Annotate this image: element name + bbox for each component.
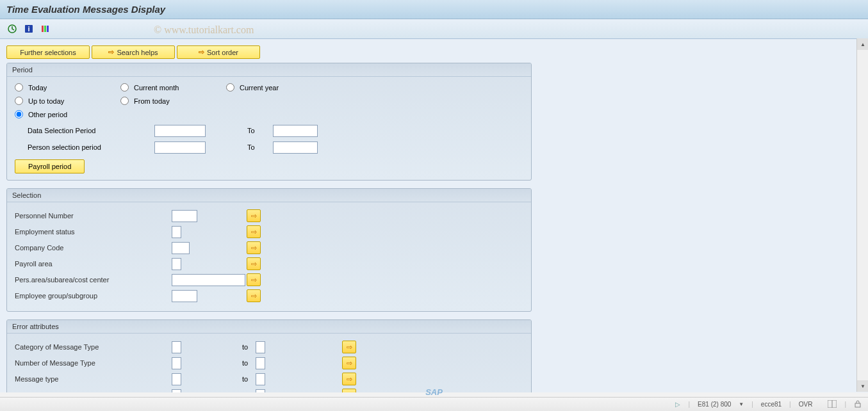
list-indicator-from-input[interactable] (172, 389, 181, 393)
selection-group: Selection Personnel Number ⇨ Employment … (6, 188, 532, 312)
message-type-to-input[interactable] (256, 373, 265, 385)
to-label: to (242, 375, 248, 383)
further-selections-button[interactable]: Further selections (6, 45, 90, 59)
payroll-area-input[interactable] (172, 258, 181, 270)
svg-text:i: i (28, 25, 29, 33)
number-msg-type-label: Number of Message Type (15, 359, 172, 367)
employment-status-multi-button[interactable]: ⇨ (247, 225, 261, 238)
execute-icon[interactable] (6, 23, 18, 35)
search-helps-button[interactable]: ⇨ Search helps (92, 45, 175, 59)
payroll-period-button[interactable]: Payroll period (15, 159, 85, 173)
period-group: Period Today Current month Current year … (6, 63, 532, 181)
category-msg-type-to-input[interactable] (256, 341, 265, 353)
personnel-number-input[interactable] (172, 210, 197, 222)
pers-area-input[interactable] (172, 274, 245, 286)
list-indicator-multi-button[interactable]: ⇨ (342, 389, 356, 392)
status-layout-icon[interactable] (828, 400, 837, 409)
personnel-number-multi-button[interactable]: ⇨ (247, 209, 261, 222)
status-bar: ▷ | E81 (2) 800 ▼ | ecce81 | OVR | (0, 397, 868, 411)
employee-group-input[interactable] (172, 290, 197, 302)
data-selection-label: Data Selection Period (15, 127, 154, 134)
category-msg-type-label: Category of Message Type (15, 343, 172, 351)
message-type-label: Message type (15, 375, 172, 383)
employment-status-label: Employment status (15, 228, 172, 236)
info-icon[interactable]: i (23, 23, 35, 35)
error-attributes-group: Error attributes Category of Message Typ… (6, 319, 532, 392)
svg-rect-4 (44, 26, 46, 32)
selection-header: Selection (7, 189, 531, 202)
person-selection-to-input[interactable] (273, 141, 318, 154)
status-server: ecce81 (761, 401, 782, 408)
error-attributes-header: Error attributes (7, 320, 531, 334)
number-msg-type-to-input[interactable] (256, 357, 265, 369)
radio-up-to-today[interactable]: Up to today (15, 97, 120, 105)
category-msg-type-multi-button[interactable]: ⇨ (342, 341, 356, 353)
message-type-multi-button[interactable]: ⇨ (342, 373, 356, 385)
radio-current-year[interactable]: Current year (226, 83, 332, 92)
radio-other-period[interactable]: Other period (15, 110, 120, 118)
content: Further selections ⇨ Search helps ⇨ Sort… (0, 39, 868, 392)
company-code-input[interactable] (172, 242, 190, 254)
period-header: Period (7, 63, 531, 77)
employee-group-label: Employee group/subgroup (15, 292, 172, 300)
person-selection-from-input[interactable] (154, 141, 206, 154)
to-label: to (242, 391, 248, 392)
scroll-up-icon[interactable]: ▲ (857, 38, 868, 50)
message-type-from-input[interactable] (172, 373, 181, 385)
data-selection-from-input[interactable] (154, 125, 206, 137)
toolbar: i (0, 19, 868, 39)
status-lock-icon[interactable] (854, 400, 862, 409)
person-selection-label: Person selection period (15, 143, 154, 151)
number-msg-type-multi-button[interactable]: ⇨ (342, 357, 356, 369)
list-indicator-to-input[interactable] (256, 389, 265, 393)
pers-area-multi-button[interactable]: ⇨ (247, 273, 261, 286)
settings-icon[interactable] (40, 23, 51, 35)
payroll-area-label: Payroll area (15, 260, 172, 268)
personnel-number-label: Personnel Number (15, 212, 172, 220)
sort-order-button[interactable]: ⇨ Sort order (177, 45, 260, 59)
status-system[interactable]: E81 (2) 800 (698, 401, 731, 408)
scrollbar[interactable]: ▲ ▼ (856, 38, 868, 392)
list-indicator-label: List indicator (15, 391, 172, 392)
company-code-label: Company Code (15, 244, 172, 252)
sap-logo: SAP (425, 387, 443, 397)
to-label: To (247, 127, 260, 134)
status-triangle-icon: ▷ (675, 401, 680, 408)
status-mode: OVR (799, 401, 813, 408)
data-selection-to-input[interactable] (273, 125, 318, 137)
radio-from-today[interactable]: From today (120, 97, 226, 105)
to-label: to (242, 343, 248, 351)
arrow-icon: ⇨ (199, 48, 204, 56)
to-label: to (242, 359, 248, 367)
scroll-down-icon[interactable]: ▼ (857, 380, 868, 392)
radio-current-month[interactable]: Current month (120, 83, 226, 92)
radio-today[interactable]: Today (15, 83, 120, 92)
svg-rect-3 (42, 26, 44, 32)
employee-group-multi-button[interactable]: ⇨ (247, 289, 261, 302)
payroll-area-multi-button[interactable]: ⇨ (247, 257, 261, 270)
company-code-multi-button[interactable]: ⇨ (247, 241, 261, 254)
employment-status-input[interactable] (172, 226, 181, 238)
page-title: Time Evaluation Messages Display (0, 0, 868, 19)
svg-rect-8 (855, 403, 860, 407)
to-label: To (247, 143, 260, 151)
number-msg-type-from-input[interactable] (172, 357, 181, 369)
pers-area-label: Pers.area/subarea/cost center (15, 276, 172, 284)
svg-rect-5 (47, 26, 49, 32)
category-msg-type-from-input[interactable] (172, 341, 181, 353)
arrow-icon: ⇨ (108, 48, 114, 56)
